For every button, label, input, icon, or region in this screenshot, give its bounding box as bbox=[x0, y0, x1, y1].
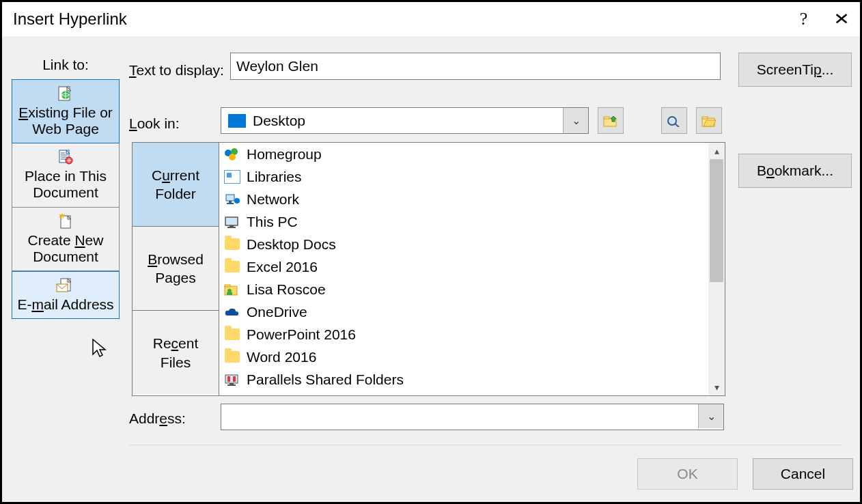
close-button[interactable]: ✕ bbox=[822, 2, 860, 36]
svg-point-20 bbox=[234, 198, 240, 204]
linkto-create-new[interactable]: Create New Document bbox=[12, 208, 120, 271]
look-in-value: Desktop bbox=[253, 113, 563, 129]
cursor-icon bbox=[91, 338, 107, 362]
linkto-label: Existing File or Web Page bbox=[15, 104, 116, 137]
tab-recent-files[interactable]: Recent Files bbox=[133, 311, 219, 395]
scroll-down-button[interactable]: ▾ bbox=[708, 379, 725, 395]
libraries-icon bbox=[223, 169, 241, 184]
svg-rect-30 bbox=[230, 383, 234, 384]
list-item: Network bbox=[219, 188, 725, 210]
list-item: Libraries bbox=[219, 165, 725, 188]
linkto-label: Create New Document bbox=[15, 232, 116, 265]
network-icon bbox=[223, 192, 241, 207]
onedrive-icon bbox=[223, 305, 241, 320]
svg-rect-17 bbox=[226, 195, 234, 201]
browse-web-button[interactable] bbox=[661, 107, 687, 134]
svg-rect-23 bbox=[230, 225, 234, 227]
svg-line-10 bbox=[675, 124, 679, 127]
svg-point-16 bbox=[229, 154, 236, 160]
scroll-thumb[interactable] bbox=[710, 159, 723, 282]
up-one-level-button[interactable] bbox=[598, 107, 624, 134]
look-in-select[interactable]: Desktop ⌄ bbox=[221, 107, 589, 134]
address-label: Address: bbox=[129, 410, 186, 427]
link-to-label: Link to: bbox=[12, 57, 120, 73]
folder-icon bbox=[223, 350, 241, 365]
this-pc-icon bbox=[223, 214, 241, 229]
address-dropdown[interactable]: ⌄ bbox=[698, 404, 723, 428]
help-button[interactable]: ? bbox=[785, 2, 822, 36]
dialog-title: Insert Hyperlink bbox=[13, 10, 785, 29]
document-place-icon bbox=[15, 148, 116, 167]
list-item: PowerPoint 2016 bbox=[219, 323, 725, 346]
homegroup-icon bbox=[223, 147, 241, 162]
screentip-button[interactable]: ScreenTip... bbox=[738, 53, 852, 87]
cancel-button[interactable]: Cancel bbox=[753, 458, 853, 490]
list-item: OneDrive bbox=[219, 300, 725, 323]
linkto-place-in-document[interactable]: Place in This Document bbox=[12, 143, 120, 207]
svg-rect-26 bbox=[225, 285, 230, 287]
text-to-display-input[interactable] bbox=[230, 53, 721, 80]
desktop-icon bbox=[228, 114, 246, 128]
svg-rect-13 bbox=[702, 117, 708, 119]
tab-browsed-pages[interactable]: BrowsedPages bbox=[133, 227, 219, 311]
svg-rect-31 bbox=[227, 384, 236, 386]
linkto-existing-file[interactable]: Existing File or Web Page bbox=[12, 79, 120, 143]
svg-rect-33 bbox=[233, 376, 236, 382]
list-item: Parallels Shared Folders bbox=[219, 368, 725, 391]
tab-current-folder[interactable]: CurrentFolder bbox=[133, 143, 219, 227]
svg-rect-18 bbox=[229, 201, 232, 203]
linkto-label: Place in This Document bbox=[15, 168, 116, 201]
folder-icon bbox=[223, 237, 241, 252]
list-item: Lisa Roscoe bbox=[219, 278, 725, 300]
svg-rect-8 bbox=[604, 117, 609, 119]
svg-rect-19 bbox=[227, 203, 234, 204]
look-in-dropdown[interactable]: ⌄ bbox=[563, 108, 588, 133]
folder-open-icon bbox=[701, 115, 717, 127]
search-web-icon bbox=[667, 115, 682, 127]
svg-point-11 bbox=[670, 119, 674, 123]
svg-rect-24 bbox=[227, 227, 236, 228]
linkto-label: E-mail Address bbox=[15, 296, 116, 313]
list-item: Homegroup bbox=[219, 143, 725, 165]
svg-rect-21 bbox=[225, 217, 238, 225]
list-item: Excel 2016 bbox=[219, 255, 725, 278]
svg-rect-28 bbox=[227, 292, 232, 295]
svg-rect-32 bbox=[227, 376, 230, 382]
address-input[interactable] bbox=[221, 404, 698, 430]
bookmark-button[interactable]: Bookmark... bbox=[738, 154, 852, 188]
scroll-up-button[interactable]: ▴ bbox=[708, 143, 725, 159]
svg-rect-29 bbox=[225, 375, 238, 383]
ok-button[interactable]: OK bbox=[637, 458, 738, 490]
file-list[interactable]: Homegroup Libraries Network This PC Desk… bbox=[219, 143, 725, 395]
parallels-icon bbox=[223, 372, 241, 387]
list-item: Desktop Docs bbox=[219, 233, 725, 255]
globe-page-icon bbox=[15, 84, 116, 103]
user-folder-icon bbox=[223, 282, 241, 297]
text-to-display-label: Text to display: bbox=[129, 62, 224, 79]
folder-up-icon bbox=[603, 115, 618, 127]
email-icon bbox=[15, 276, 116, 295]
new-document-icon bbox=[15, 212, 116, 231]
look-in-label: Look in: bbox=[129, 115, 180, 132]
list-item: This PC bbox=[219, 210, 725, 233]
browse-file-button[interactable] bbox=[696, 107, 722, 134]
folder-icon bbox=[223, 327, 241, 342]
separator bbox=[129, 445, 841, 445]
folder-icon bbox=[223, 260, 241, 275]
linkto-email-address[interactable]: E-mail Address bbox=[12, 271, 120, 319]
list-scrollbar[interactable]: ▴ ▾ bbox=[708, 143, 725, 395]
list-item: Word 2016 bbox=[219, 346, 725, 368]
